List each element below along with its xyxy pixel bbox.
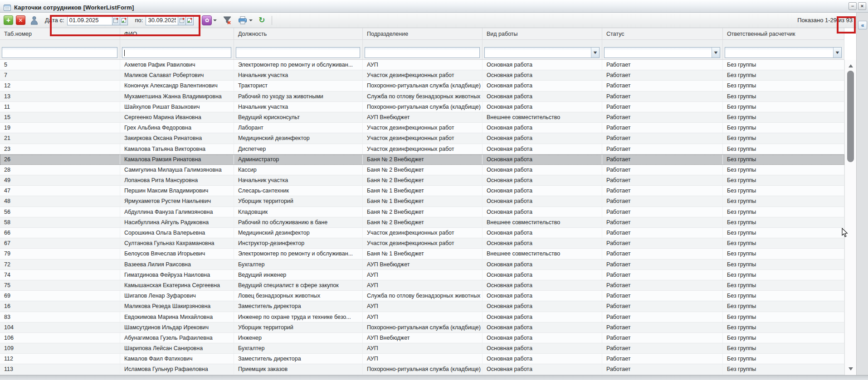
settings-icon[interactable]: ✿ [202,15,212,25]
date-from-input[interactable] [67,15,112,25]
table-row[interactable]: 79Белоусов Вячеслав ИгорьевичЭлектромонт… [0,249,844,259]
cell: Без группы [723,260,844,270]
column-header-2[interactable]: Должность [234,28,363,39]
table-row[interactable]: 72Вазеева Лилия РаисовнаБухгалтерАУП Вне… [0,260,844,270]
text-caret [124,50,125,56]
print-icon[interactable] [238,15,248,25]
column-header-5[interactable]: Статус [602,28,723,39]
filter-cell-1 [120,40,234,59]
calendar-go-icon[interactable] [120,15,128,25]
cell: Основная работа [483,123,602,133]
scroll-down-icon[interactable] [848,367,853,370]
cell: Баня № 1 Внебюджет [363,186,483,196]
vertical-scrollbar[interactable] [844,60,856,375]
filter-dropdown-4[interactable]: ▼ [484,47,600,58]
table-row[interactable]: 74Гиматдинова Фейруза НаиловнаВедущий ин… [0,270,844,280]
minimize-button[interactable]: – [848,2,857,10]
collapse-panel-button[interactable]: « [858,21,867,29]
cell: Ведущий юрисконсульт [234,112,363,123]
cell: 48 [0,196,120,207]
table-row[interactable]: 106Абунагимова Гузель РафаилевнаИнженерА… [0,333,844,343]
table-row[interactable]: 109Шарипова Лейсан СанировнаБухгалтерАУП… [0,343,844,354]
column-header-3[interactable]: Подразделение [363,28,483,39]
cell: Ловец безнадзорных животных [234,291,363,301]
date-to-field [146,15,194,25]
table-row[interactable]: 23Камалова Татьяна ВикторовнаДиспетчерУч… [0,144,844,154]
filter-dropdown-6[interactable]: ▼ [725,47,842,58]
cell: Камышанская Екатерина Сергеевна [120,280,234,291]
table-row[interactable]: 16Маликова Резеда ШакирзяновнаЗаместител… [0,301,844,312]
filter-input-0[interactable] [2,47,117,58]
table-row[interactable]: 104Шамсутдинов Ильдар ИрековичУборщик те… [0,322,844,333]
employee-card-icon[interactable] [29,15,39,25]
settings-dropdown-caret[interactable] [213,19,217,21]
cell: 47 [0,186,120,196]
calendar-go-icon[interactable] [186,15,194,25]
add-icon[interactable]: + [4,15,13,25]
cell: 113 [0,364,120,375]
column-header-1[interactable]: ФИО [120,28,234,39]
table-row[interactable]: 47Першин Максим ВладимировичСлесарь-сант… [0,186,844,196]
cell: Работает [602,133,723,144]
cell: АУП [363,280,483,291]
table-row[interactable]: 21Закиркова Оксана РинатовнаМедицинский … [0,133,844,144]
filter-input-1[interactable] [122,47,231,58]
column-header-6[interactable]: Ответственный расчетчик [723,28,844,39]
cell: Медицинский дезинфектор [234,133,363,144]
cell: Шигапов Ленар Зуфарович [120,291,234,301]
table-row[interactable]: 113Исламова Гульнур РафаеловнаПриемщик з… [0,364,844,375]
column-header-4[interactable]: Вид работы [483,28,602,39]
table-row[interactable]: 5Ахметов Рафик РавиловичЭлектромонтер по… [0,60,844,70]
filter-input-3[interactable] [365,47,480,58]
cell: АУП Внебюджет [363,260,483,270]
filter-input-2[interactable] [236,47,360,58]
cell: Уборщик территорий [234,196,363,207]
table-row[interactable]: 56Абдуллина Фануза ГалимзяновнаКладовщик… [0,207,844,217]
table-row[interactable]: 66Сорошкина Ольга ВалерьевнаМедицинский … [0,228,844,238]
print-dropdown-caret[interactable] [249,19,253,21]
table-row[interactable]: 67Султанова Гульназ КахрамановнаИнструкт… [0,238,844,249]
chevron-down-icon[interactable]: ▼ [833,48,841,58]
table-row[interactable]: 26Камалова Рамзия РинатовнаАдминистратор… [0,154,844,165]
table-row[interactable]: 48Ярмухаметов Рустем НаильевичУборщик те… [0,196,844,207]
table-row[interactable]: 15Сергеенко Марина ИвановнаВедущий юриск… [0,112,844,123]
column-header-0[interactable]: Таб.номер [0,28,120,39]
cell: Без группы [723,60,844,70]
close-button[interactable]: × [858,2,866,10]
cell: Тракторист [234,81,363,91]
table-row[interactable]: 75Камышанская Екатерина СергеевнаВедущий… [0,280,844,291]
chevron-down-icon[interactable]: ▼ [712,48,720,58]
cell: Основная работа [483,280,602,291]
table-row[interactable]: 12Конончук Александр ВалентиновичТрактор… [0,81,844,91]
table-row[interactable]: 13Мухаметшина Жанна ВладимировнаРабочий … [0,91,844,102]
date-to-input[interactable] [146,15,178,25]
cell: Работает [602,343,723,354]
cell: Рабочий по уходу за животными [234,91,363,102]
cell: Работает [602,144,723,154]
clear-filter-icon[interactable] [222,15,232,25]
table-row[interactable]: 69Шигапов Ленар ЗуфаровичЛовец безнадзор… [0,291,844,301]
refresh-icon[interactable]: ↻ [257,15,266,25]
table-row[interactable]: 112Камалов Фаил ФатиховичЗаместитель дир… [0,354,844,364]
table-row[interactable]: 11Шайхулов Ришат ВазыховичНачальник учас… [0,102,844,112]
scroll-up-icon[interactable] [848,64,853,67]
scrollbar-thumb[interactable] [847,71,854,162]
cell: Заместитель директора [234,354,363,364]
cell: Конончук Александр Валентинович [120,81,234,91]
filter-dropdown-5[interactable]: ▼ [604,47,720,58]
table-row[interactable]: 7Маликов Салават РобертовичНачальник уча… [0,70,844,81]
cell: Работает [602,301,723,312]
delete-icon[interactable]: ✕ [16,15,25,25]
calendar-icon[interactable] [112,15,120,25]
chevron-down-icon[interactable]: ▼ [591,48,599,58]
calendar-icon[interactable] [178,15,186,25]
table-row[interactable]: 19Грех Альбина ФедоровнаЛаборантУчасток … [0,123,844,133]
table-row[interactable]: 83Евдокимова Марина МихайловнаИнженер по… [0,312,844,322]
table-row[interactable]: 49Лопанова Рита МансуровнаНачальник учас… [0,175,844,186]
filter-cell-5: ▼ [602,40,723,59]
cell: Работает [602,165,723,175]
cell: Работает [602,270,723,280]
cell: 7 [0,70,120,81]
table-row[interactable]: 28Самигулина Милауша ГалимзяновнаКассирБ… [0,165,844,175]
table-row[interactable]: 58Насибуллина Айгуль РадиковнаРабочий по… [0,217,844,228]
